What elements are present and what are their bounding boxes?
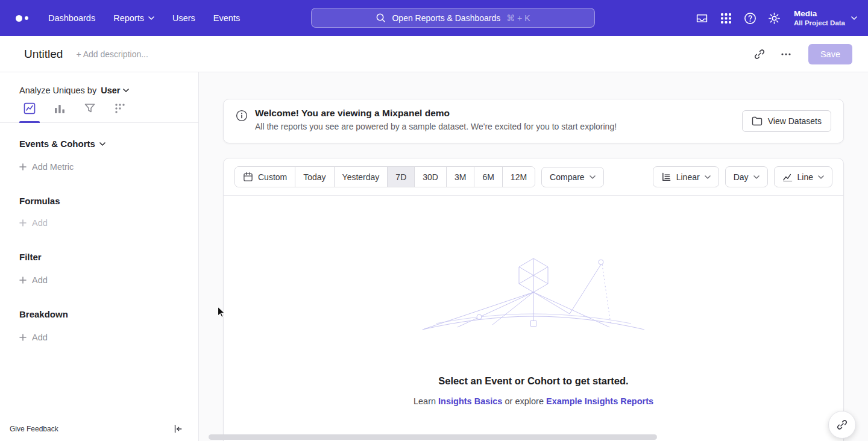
settings-icon xyxy=(768,12,781,25)
date-range-segmented-control: Custom Today Yesterday 7D 30D 3M 6M 12M xyxy=(234,166,535,187)
logo-dot-small xyxy=(25,16,28,20)
range-label: 30D xyxy=(423,172,438,182)
nav-item-label: Events xyxy=(213,13,240,23)
breakdown-section-header: Breakdown xyxy=(0,309,198,319)
range-today[interactable]: Today xyxy=(295,167,334,187)
add-metric-button[interactable]: Add Metric xyxy=(0,162,198,172)
settings-button[interactable] xyxy=(764,8,784,28)
help-button[interactable] xyxy=(740,8,760,28)
navbar-left: Dashboards Reports Users Events xyxy=(12,8,249,28)
add-filter-button[interactable]: Add xyxy=(0,275,198,285)
report-description-placeholder[interactable]: + Add description... xyxy=(76,49,148,59)
analyze-row: Analyze Uniques by User xyxy=(0,72,198,95)
apps-grid-button[interactable] xyxy=(715,8,736,28)
banner-title: Welcome! You are viewing a Mixpanel demo xyxy=(255,108,617,119)
range-label: 3M xyxy=(454,172,466,182)
calendar-icon xyxy=(243,172,253,182)
analyze-by-dropdown[interactable]: User xyxy=(101,86,129,95)
subtitle-middle: or explore xyxy=(505,396,543,406)
range-yesterday[interactable]: Yesterday xyxy=(335,167,388,187)
share-link-fab[interactable] xyxy=(828,411,856,439)
project-text: Media All Project Data xyxy=(794,8,845,28)
tab-retention[interactable] xyxy=(111,102,129,122)
inbox-button[interactable] xyxy=(691,8,712,28)
help-icon xyxy=(744,12,756,25)
link-icon xyxy=(753,48,766,60)
view-datasets-button[interactable]: View Datasets xyxy=(742,110,831,132)
more-options-icon xyxy=(781,49,791,60)
horizontal-scrollbar[interactable] xyxy=(209,434,657,440)
range-label: 12M xyxy=(511,172,527,182)
range-label: Today xyxy=(303,172,326,182)
events-cohorts-title: Events & Cohorts xyxy=(19,139,95,149)
navbar-right: Media All Project Data xyxy=(691,8,857,28)
chevron-down-icon xyxy=(705,175,711,179)
interval-dropdown[interactable]: Day xyxy=(725,166,768,187)
mixpanel-logo[interactable] xyxy=(16,15,28,22)
range-custom[interactable]: Custom xyxy=(235,167,295,187)
example-insights-reports-link[interactable]: Example Insights Reports xyxy=(546,396,653,406)
copy-link-button[interactable] xyxy=(749,44,770,64)
view-datasets-label: View Datasets xyxy=(768,116,822,126)
query-builder-sidebar: Analyze Uniques by User Events & Cohorts xyxy=(0,72,199,441)
range-6m[interactable]: 6M xyxy=(474,167,502,187)
plus-icon xyxy=(19,277,27,284)
global-search[interactable]: Open Reports & Dashboards ⌘ + K xyxy=(311,8,595,28)
chart-controls: Custom Today Yesterday 7D 30D 3M 6M 12M … xyxy=(224,158,843,195)
project-switcher[interactable]: Media All Project Data xyxy=(794,8,857,28)
save-button[interactable]: Save xyxy=(808,44,852,64)
chevron-down-icon xyxy=(99,142,105,146)
chevron-down-icon xyxy=(753,175,760,179)
search-icon xyxy=(376,13,386,23)
empty-state-title: Select an Event or Cohort to get started… xyxy=(438,375,628,387)
nav-item-dashboards[interactable]: Dashboards xyxy=(39,8,104,28)
range-7d[interactable]: 7D xyxy=(388,167,415,187)
plus-icon xyxy=(19,334,27,341)
chevron-down-icon xyxy=(148,16,154,20)
apps-grid-icon xyxy=(720,13,732,24)
tab-line-chart[interactable] xyxy=(20,102,39,122)
chevron-down-icon xyxy=(123,89,129,92)
folder-icon xyxy=(752,116,763,126)
nav-item-events[interactable]: Events xyxy=(204,8,249,28)
add-breakdown-button[interactable]: Add xyxy=(0,333,198,342)
analyze-value: User xyxy=(101,86,120,95)
range-label: 7D xyxy=(395,172,406,182)
formulas-title: Formulas xyxy=(19,196,60,206)
insights-basics-link[interactable]: Insights Basics xyxy=(438,396,502,406)
chevron-down-icon xyxy=(818,175,824,179)
logo-dot-large xyxy=(16,15,22,22)
report-title[interactable]: Untitled xyxy=(24,48,63,61)
chart-type-dropdown[interactable]: Line xyxy=(774,166,832,187)
tab-bar-chart[interactable] xyxy=(51,102,69,122)
info-icon xyxy=(236,110,248,124)
more-options-button[interactable] xyxy=(776,44,796,64)
project-name: Media xyxy=(794,8,845,19)
give-feedback-link[interactable]: Give Feedback xyxy=(10,425,58,433)
sidebar-footer: Give Feedback xyxy=(0,418,198,441)
collapse-sidebar-button[interactable] xyxy=(173,424,183,434)
plus-icon xyxy=(19,219,27,227)
banner-text: Welcome! You are viewing a Mixpanel demo… xyxy=(255,108,617,131)
chart-controls-right: Linear Day Line xyxy=(653,166,832,187)
nav-item-reports[interactable]: Reports xyxy=(104,8,163,28)
compare-button[interactable]: Compare xyxy=(541,167,604,187)
range-30d[interactable]: 30D xyxy=(415,167,447,187)
nav-item-users[interactable]: Users xyxy=(163,8,204,28)
content: Analyze Uniques by User Events & Cohorts xyxy=(0,72,868,441)
range-3m[interactable]: 3M xyxy=(447,167,474,187)
nav-item-label: Users xyxy=(172,13,195,23)
add-metric-label: Add Metric xyxy=(32,162,74,172)
scale-dropdown[interactable]: Linear xyxy=(653,166,719,187)
add-formula-button[interactable]: Add xyxy=(0,218,198,228)
main-panel: Welcome! You are viewing a Mixpanel demo… xyxy=(199,72,868,441)
events-cohorts-section-header[interactable]: Events & Cohorts xyxy=(0,139,198,149)
range-label: Custom xyxy=(258,172,287,182)
report-header: Untitled + Add description... Save xyxy=(0,36,868,72)
analyze-label: Analyze Uniques by xyxy=(19,86,96,95)
range-12m[interactable]: 12M xyxy=(503,167,535,187)
tab-funnel[interactable] xyxy=(81,102,99,122)
breakdown-title: Breakdown xyxy=(19,309,68,319)
add-formula-label: Add xyxy=(32,218,48,228)
inbox-icon xyxy=(696,12,708,25)
